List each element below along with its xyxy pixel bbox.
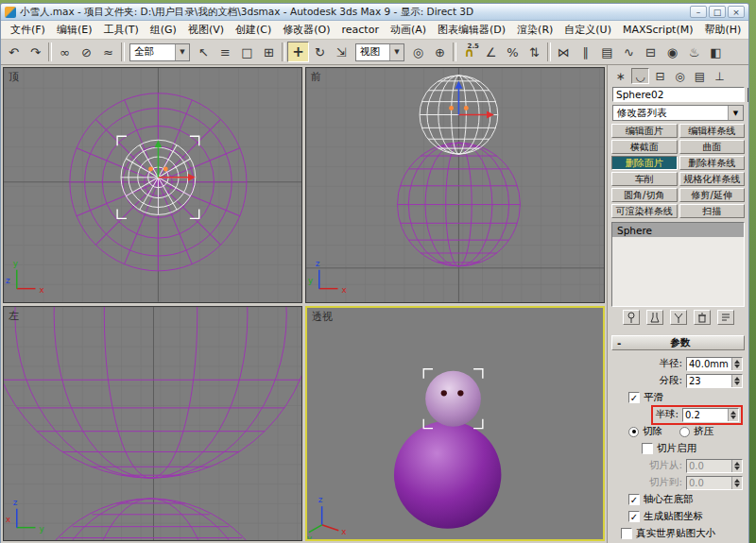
hierarchy-tab[interactable]: ⊟	[651, 68, 669, 84]
select-and-link-button[interactable]: ∞	[54, 42, 76, 62]
unlink-selection-button[interactable]: ⊘	[76, 42, 97, 62]
top-viewport-canvas[interactable]: x y z	[4, 68, 301, 302]
squash-radio[interactable]	[679, 427, 690, 437]
select-and-rotate-button[interactable]: ↻	[309, 42, 331, 62]
spinner-arrows[interactable]	[731, 375, 742, 387]
modifier-set-button[interactable]: 修剪/延伸	[679, 188, 746, 202]
angle-snap-button[interactable]: ∠	[480, 42, 502, 62]
snap-toggle-button[interactable]: ∩ 2.5	[458, 42, 480, 62]
radius-spinner[interactable]: 40.0mm	[686, 357, 743, 371]
minimize-button[interactable]: –	[690, 6, 707, 18]
menu-item-group[interactable]: 组(G)	[145, 21, 182, 39]
bind-to-space-warp-button[interactable]: ≈	[97, 42, 119, 62]
menu-item-animation[interactable]: 动画(A)	[385, 21, 432, 39]
front-viewport-canvas[interactable]: x z y	[306, 68, 604, 302]
parameters-rollout-header[interactable]: - 参数	[611, 335, 745, 350]
hemisphere-spinner[interactable]: 0.2	[682, 408, 739, 422]
reference-coordinate-dropdown[interactable]: 视图 ▼	[355, 43, 404, 61]
show-end-result-button[interactable]	[646, 310, 663, 325]
undo-button[interactable]: ↶	[3, 42, 25, 62]
use-pivot-point-center-button[interactable]: ◎	[407, 42, 429, 62]
motion-tab[interactable]: ◎	[671, 68, 689, 84]
slice-from-spinner[interactable]: 0.0	[686, 459, 743, 473]
pin-stack-button[interactable]	[623, 310, 640, 325]
material-editor-button[interactable]: ◉	[662, 42, 683, 62]
percent-snap-button[interactable]: %	[502, 42, 524, 62]
spinner-arrows[interactable]	[728, 409, 738, 421]
menu-item-tools[interactable]: 工具(T)	[97, 21, 144, 39]
modifier-stack[interactable]: Sphere	[611, 222, 745, 307]
modifier-set-button[interactable]: 可渲染样条线	[611, 204, 678, 218]
stack-item-sphere[interactable]: Sphere	[612, 223, 744, 237]
utilities-tab[interactable]: ⊥	[711, 68, 729, 84]
align-button[interactable]: ∥	[575, 42, 596, 62]
modifier-set-button[interactable]: 编辑样条线	[679, 124, 746, 138]
segments-spinner[interactable]: 23	[686, 374, 743, 388]
spinner-arrows[interactable]	[731, 477, 742, 489]
object-name-field[interactable]	[612, 87, 745, 102]
modifier-set-button[interactable]: 删除样条线	[679, 156, 746, 170]
redo-button[interactable]: ↷	[25, 42, 46, 62]
menu-item-reactor[interactable]: reactor	[336, 22, 385, 38]
mirror-button[interactable]: ⋈	[553, 42, 575, 62]
viewport-top-label[interactable]: 顶	[9, 70, 19, 84]
display-tab[interactable]: ▤	[691, 68, 709, 84]
real-world-map-checkbox[interactable]	[621, 528, 632, 539]
maximize-button[interactable]: □	[709, 6, 726, 18]
spinner-arrows[interactable]	[731, 460, 742, 472]
menu-item-maxscript[interactable]: MAXScript(M)	[617, 22, 699, 38]
menu-item-rendering[interactable]: 渲染(R)	[511, 21, 558, 39]
slice-enable-checkbox[interactable]	[642, 443, 653, 454]
menu-item-create[interactable]: 创建(C)	[230, 21, 277, 39]
modifier-set-button[interactable]: 删除面片	[611, 156, 678, 170]
configure-modifier-sets-button[interactable]	[717, 310, 734, 325]
make-unique-button[interactable]	[670, 310, 687, 325]
viewport-left-label[interactable]: 左	[9, 309, 19, 323]
render-scene-button[interactable]: ♨	[683, 42, 705, 62]
title-bar[interactable]: 小雪人.max - 项目文件夹: D:\用户目录\我的文档\3dsmax - A…	[1, 4, 748, 21]
modifier-set-button[interactable]: 扫描	[679, 204, 746, 218]
menu-item-modifiers[interactable]: 修改器(O)	[277, 21, 335, 39]
modifier-set-button[interactable]: 曲面	[679, 140, 746, 154]
window-crossing-button[interactable]: ⊞	[258, 42, 280, 62]
select-and-move-button[interactable]: +	[287, 42, 309, 62]
menu-item-views[interactable]: 视图(V)	[182, 21, 230, 39]
modify-tab[interactable]: ◡	[631, 68, 649, 84]
chop-radio[interactable]	[628, 427, 639, 437]
modifier-set-button[interactable]: 编辑面片	[611, 124, 678, 138]
remove-modifier-button[interactable]	[694, 310, 711, 325]
modifier-set-button[interactable]: 圆角/切角	[611, 188, 678, 202]
modifier-set-button[interactable]: 车削	[611, 172, 678, 186]
select-and-scale-button[interactable]: ⇲	[331, 42, 352, 62]
select-by-name-button[interactable]: ≡	[215, 42, 236, 62]
perspective-viewport-canvas[interactable]: x z y	[307, 308, 603, 540]
viewport-perspective[interactable]: 透视	[305, 306, 605, 542]
menu-item-file[interactable]: 文件(F)	[5, 21, 51, 39]
generate-mapping-checkbox[interactable]: ✓	[628, 511, 640, 522]
layer-manager-button[interactable]: ▤	[596, 42, 618, 62]
smooth-checkbox[interactable]: ✓	[628, 392, 640, 403]
viewport-left[interactable]: 左	[3, 306, 302, 542]
modifier-set-button[interactable]: 规格化样条线	[679, 172, 746, 186]
snowman-body[interactable]	[394, 420, 501, 528]
selection-filter-dropdown[interactable]: 全部 ▼	[129, 43, 190, 61]
rectangular-selection-region-button[interactable]: □	[236, 42, 258, 62]
menu-item-help[interactable]: 帮助(H)	[699, 21, 747, 39]
snowman-head[interactable]	[425, 370, 481, 426]
create-tab[interactable]: ∗	[611, 68, 629, 84]
base-to-pivot-checkbox[interactable]: ✓	[628, 494, 640, 505]
slice-to-spinner[interactable]: 0.0	[686, 476, 743, 490]
menu-item-customize[interactable]: 自定义(U)	[558, 21, 617, 39]
left-viewport-canvas[interactable]: y z x	[4, 307, 301, 541]
object-color-swatch[interactable]	[747, 88, 748, 102]
modifier-set-button[interactable]: 横截面	[611, 140, 678, 154]
close-button[interactable]: ×	[728, 6, 745, 18]
schematic-view-button[interactable]: ⊟	[640, 42, 662, 62]
modifier-list-dropdown[interactable]: 修改器列表 ▼	[612, 105, 744, 121]
viewport-perspective-label[interactable]: 透视	[312, 310, 333, 324]
quick-render-button[interactable]: ◧	[705, 42, 727, 62]
viewport-top[interactable]: 顶	[3, 67, 302, 303]
menu-item-graph-editors[interactable]: 图表编辑器(D)	[432, 21, 511, 39]
select-object-button[interactable]: ↖	[193, 42, 215, 62]
spinner-snap-button[interactable]: ⇅	[524, 42, 545, 62]
